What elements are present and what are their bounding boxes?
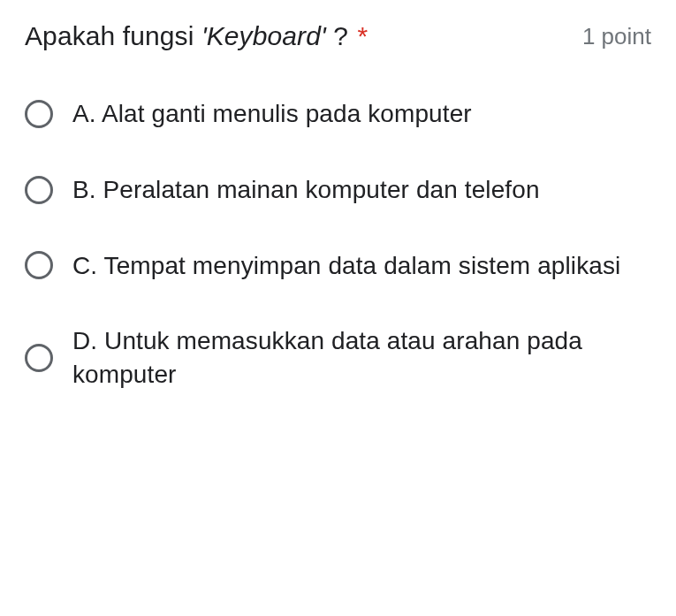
required-mark: *	[357, 21, 368, 50]
option-a[interactable]: A. Alat ganti menulis pada komputer	[25, 97, 651, 131]
question-header: Apakah fungsi 'Keyboard' ? * 1 point	[25, 21, 651, 51]
option-label: D. Untuk memasukkan data atau arahan pad…	[72, 324, 651, 392]
radio-icon[interactable]	[25, 251, 53, 279]
radio-icon[interactable]	[25, 100, 53, 128]
question-text-pre: Apakah fungsi	[25, 21, 201, 50]
question-text-italic: 'Keyboard'	[201, 21, 326, 50]
question-title: Apakah fungsi 'Keyboard' ? *	[25, 21, 368, 51]
option-b[interactable]: B. Peralatan mainan komputer dan telefon	[25, 173, 651, 207]
option-label: A. Alat ganti menulis pada komputer	[72, 97, 472, 131]
points-label: 1 point	[582, 23, 651, 50]
radio-icon[interactable]	[25, 344, 53, 372]
option-label: C. Tempat menyimpan data dalam sistem ap…	[72, 249, 620, 283]
option-c[interactable]: C. Tempat menyimpan data dalam sistem ap…	[25, 249, 651, 283]
options-list: A. Alat ganti menulis pada komputer B. P…	[25, 97, 651, 392]
radio-icon[interactable]	[25, 176, 53, 204]
option-d[interactable]: D. Untuk memasukkan data atau arahan pad…	[25, 324, 651, 392]
option-label: B. Peralatan mainan komputer dan telefon	[72, 173, 540, 207]
question-text-post: ?	[326, 21, 348, 50]
